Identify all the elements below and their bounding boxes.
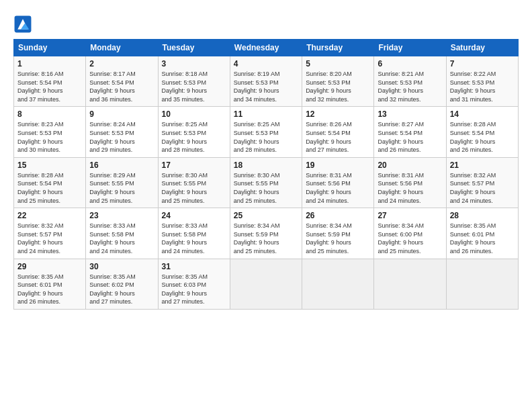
day-cell: 15Sunrise: 8:28 AM Sunset: 5:54 PM Dayli… [14,157,86,208]
day-number: 9 [89,109,154,119]
day-info: Sunrise: 8:16 AM Sunset: 5:54 PM Dayligh… [17,70,82,103]
week-row-2: 8Sunrise: 8:23 AM Sunset: 5:53 PM Daylig… [14,107,519,157]
logo-icon [13,15,32,34]
day-cell: 1Sunrise: 8:16 AM Sunset: 5:54 PM Daylig… [14,56,86,107]
weekday-header-friday: Friday [374,40,446,56]
day-info: Sunrise: 8:21 AM Sunset: 5:53 PM Dayligh… [378,70,442,103]
day-info: Sunrise: 8:25 AM Sunset: 5:53 PM Dayligh… [234,120,298,154]
day-number: 27 [378,211,442,220]
day-number: 2 [89,59,154,68]
day-number: 4 [234,59,298,68]
day-cell: 5Sunrise: 8:20 AM Sunset: 5:53 PM Daylig… [302,56,374,107]
day-cell: 7Sunrise: 8:22 AM Sunset: 5:53 PM Daylig… [446,56,518,107]
day-info: Sunrise: 8:35 AM Sunset: 6:01 PM Dayligh… [17,273,82,306]
day-cell: 17Sunrise: 8:30 AM Sunset: 5:55 PM Dayli… [158,157,230,208]
day-number: 29 [17,262,82,271]
day-info: Sunrise: 8:27 AM Sunset: 5:54 PM Dayligh… [378,120,442,154]
day-number: 6 [378,59,442,68]
page: SundayMondayTuesdayWednesdayThursdayFrid… [0,0,532,411]
day-number: 1 [17,59,82,68]
day-info: Sunrise: 8:31 AM Sunset: 5:56 PM Dayligh… [306,171,370,205]
day-info: Sunrise: 8:18 AM Sunset: 5:53 PM Dayligh… [162,70,226,103]
day-cell: 12Sunrise: 8:26 AM Sunset: 5:54 PM Dayli… [302,107,374,157]
weekday-header-tuesday: Tuesday [158,40,230,56]
day-cell [302,259,374,309]
day-info: Sunrise: 8:29 AM Sunset: 5:55 PM Dayligh… [89,171,154,205]
day-cell: 31Sunrise: 8:35 AM Sunset: 6:03 PM Dayli… [158,259,230,309]
day-cell: 27Sunrise: 8:34 AM Sunset: 6:00 PM Dayli… [374,208,446,259]
day-number: 15 [17,161,82,170]
day-info: Sunrise: 8:35 AM Sunset: 6:01 PM Dayligh… [450,222,515,255]
day-cell: 23Sunrise: 8:33 AM Sunset: 5:58 PM Dayli… [86,208,158,259]
day-info: Sunrise: 8:30 AM Sunset: 5:55 PM Dayligh… [234,171,298,205]
day-cell: 19Sunrise: 8:31 AM Sunset: 5:56 PM Dayli… [302,157,374,208]
day-number: 25 [234,211,298,220]
day-info: Sunrise: 8:32 AM Sunset: 5:57 PM Dayligh… [17,222,82,255]
day-number: 17 [162,161,226,170]
weekday-header-saturday: Saturday [446,40,518,56]
day-cell: 24Sunrise: 8:33 AM Sunset: 5:58 PM Dayli… [158,208,230,259]
day-cell: 6Sunrise: 8:21 AM Sunset: 5:53 PM Daylig… [374,56,446,107]
day-info: Sunrise: 8:28 AM Sunset: 5:54 PM Dayligh… [450,120,515,154]
day-number: 21 [450,161,515,170]
day-cell: 10Sunrise: 8:25 AM Sunset: 5:53 PM Dayli… [158,107,230,157]
day-number: 20 [378,161,442,170]
day-number: 8 [17,109,82,119]
day-info: Sunrise: 8:25 AM Sunset: 5:53 PM Dayligh… [162,120,226,154]
week-row-3: 15Sunrise: 8:28 AM Sunset: 5:54 PM Dayli… [14,157,519,208]
day-number: 11 [234,109,298,119]
day-cell: 16Sunrise: 8:29 AM Sunset: 5:55 PM Dayli… [86,157,158,208]
day-info: Sunrise: 8:20 AM Sunset: 5:53 PM Dayligh… [306,70,370,103]
calendar: SundayMondayTuesdayWednesdayThursdayFrid… [13,39,519,310]
day-number: 10 [162,109,226,119]
day-number: 19 [306,161,370,170]
day-info: Sunrise: 8:34 AM Sunset: 5:59 PM Dayligh… [306,222,370,255]
weekday-header-sunday: Sunday [14,40,86,56]
day-cell: 22Sunrise: 8:32 AM Sunset: 5:57 PM Dayli… [14,208,86,259]
day-number: 23 [89,211,154,220]
day-info: Sunrise: 8:26 AM Sunset: 5:54 PM Dayligh… [306,120,370,154]
day-info: Sunrise: 8:33 AM Sunset: 5:58 PM Dayligh… [162,222,226,255]
day-info: Sunrise: 8:28 AM Sunset: 5:54 PM Dayligh… [17,171,82,205]
day-cell [446,259,518,309]
weekday-header-row: SundayMondayTuesdayWednesdayThursdayFrid… [14,40,519,56]
day-cell: 25Sunrise: 8:34 AM Sunset: 5:59 PM Dayli… [230,208,302,259]
day-number: 18 [234,161,298,170]
week-row-4: 22Sunrise: 8:32 AM Sunset: 5:57 PM Dayli… [14,208,519,259]
day-cell: 2Sunrise: 8:17 AM Sunset: 5:54 PM Daylig… [86,56,158,107]
week-row-5: 29Sunrise: 8:35 AM Sunset: 6:01 PM Dayli… [14,259,519,309]
day-info: Sunrise: 8:33 AM Sunset: 5:58 PM Dayligh… [89,222,154,255]
day-number: 16 [89,161,154,170]
header [13,12,519,34]
day-info: Sunrise: 8:32 AM Sunset: 5:57 PM Dayligh… [450,171,515,205]
day-cell: 21Sunrise: 8:32 AM Sunset: 5:57 PM Dayli… [446,157,518,208]
day-number: 3 [162,59,226,68]
logo [13,15,34,34]
day-cell: 8Sunrise: 8:23 AM Sunset: 5:53 PM Daylig… [14,107,86,157]
calendar-header: SundayMondayTuesdayWednesdayThursdayFrid… [14,40,519,56]
day-number: 5 [306,59,370,68]
calendar-body: 1Sunrise: 8:16 AM Sunset: 5:54 PM Daylig… [14,56,519,310]
weekday-header-wednesday: Wednesday [230,40,302,56]
day-cell: 4Sunrise: 8:19 AM Sunset: 5:53 PM Daylig… [230,56,302,107]
day-number: 30 [89,262,154,271]
day-cell: 28Sunrise: 8:35 AM Sunset: 6:01 PM Dayli… [446,208,518,259]
day-cell: 3Sunrise: 8:18 AM Sunset: 5:53 PM Daylig… [158,56,230,107]
day-cell: 29Sunrise: 8:35 AM Sunset: 6:01 PM Dayli… [14,259,86,309]
day-cell: 18Sunrise: 8:30 AM Sunset: 5:55 PM Dayli… [230,157,302,208]
day-cell [374,259,446,309]
day-cell: 26Sunrise: 8:34 AM Sunset: 5:59 PM Dayli… [302,208,374,259]
weekday-header-thursday: Thursday [302,40,374,56]
day-cell: 9Sunrise: 8:24 AM Sunset: 5:53 PM Daylig… [86,107,158,157]
day-info: Sunrise: 8:30 AM Sunset: 5:55 PM Dayligh… [162,171,226,205]
day-cell: 11Sunrise: 8:25 AM Sunset: 5:53 PM Dayli… [230,107,302,157]
day-cell: 30Sunrise: 8:35 AM Sunset: 6:02 PM Dayli… [86,259,158,309]
day-cell [230,259,302,309]
day-cell: 13Sunrise: 8:27 AM Sunset: 5:54 PM Dayli… [374,107,446,157]
day-cell: 14Sunrise: 8:28 AM Sunset: 5:54 PM Dayli… [446,107,518,157]
day-info: Sunrise: 8:34 AM Sunset: 5:59 PM Dayligh… [234,222,298,255]
day-cell: 20Sunrise: 8:31 AM Sunset: 5:56 PM Dayli… [374,157,446,208]
day-info: Sunrise: 8:19 AM Sunset: 5:53 PM Dayligh… [234,70,298,103]
day-info: Sunrise: 8:34 AM Sunset: 6:00 PM Dayligh… [378,222,442,255]
day-number: 31 [162,262,226,271]
